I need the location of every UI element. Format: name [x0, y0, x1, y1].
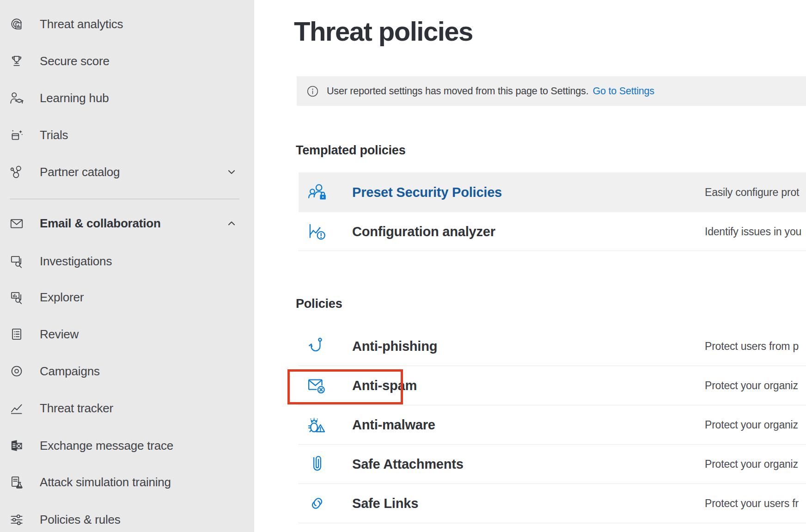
- policy-name[interactable]: Configuration analyzer: [352, 224, 495, 239]
- row-preset-security-policies[interactable]: Preset Security Policies Easily configur…: [299, 172, 806, 212]
- learning-hub-icon: [9, 90, 24, 106]
- row-anti-spam[interactable]: Anti-spam Protect your organiz: [299, 366, 806, 405]
- policy-name[interactable]: Safe Attachments: [352, 457, 464, 472]
- chevron-down-icon[interactable]: [225, 165, 238, 179]
- policy-description: Protect users from p: [705, 340, 799, 353]
- trials-icon: [9, 127, 24, 143]
- row-anti-malware[interactable]: Anti-malware Protect your organiz: [299, 405, 806, 445]
- sidebar-section-email-collaboration[interactable]: Email & collaboration: [0, 212, 254, 234]
- sidebar-item-label: Review: [40, 327, 79, 342]
- sidebar-item-label: Campaigns: [40, 364, 100, 379]
- sliders-icon: [9, 512, 24, 527]
- threat-analytics-icon: [9, 16, 24, 32]
- review-icon: [9, 326, 24, 342]
- policy-description: Protect your organiz: [705, 458, 798, 471]
- sidebar-item-label: Policies & rules: [40, 513, 121, 527]
- page-title: Threat policies: [294, 16, 473, 47]
- policy-name[interactable]: Anti-spam: [352, 378, 417, 393]
- sidebar-item-attack-simulation-training[interactable]: Attack simulation training: [0, 471, 254, 493]
- investigations-icon: [9, 253, 24, 269]
- sidebar-item-investigations[interactable]: Investigations: [0, 250, 254, 272]
- sidebar-item-label: Secure score: [40, 54, 110, 68]
- sidebar-divider: [10, 199, 239, 199]
- sidebar-item-explorer[interactable]: Explorer: [0, 286, 254, 308]
- sidebar-item-label: Explorer: [40, 290, 84, 305]
- policy-description: Protect your users fr: [705, 497, 799, 510]
- banner-text: User reported settings has moved from th…: [327, 86, 588, 97]
- sidebar-item-label: Attack simulation training: [40, 475, 171, 489]
- main-content: Threat policies User reported settings h…: [254, 0, 806, 532]
- row-safe-attachments[interactable]: Safe Attachments Protect your organiz: [299, 445, 806, 484]
- chevron-up-icon[interactable]: [225, 216, 238, 230]
- sidebar-item-learning-hub[interactable]: Learning hub: [0, 87, 254, 109]
- policy-description: Identify issues in you: [705, 225, 801, 238]
- row-safe-links[interactable]: Safe Links Protect your users fr: [299, 484, 806, 523]
- policy-name-link[interactable]: Preset Security Policies: [352, 185, 502, 200]
- sidebar-item-threat-analytics[interactable]: Threat analytics: [0, 13, 254, 35]
- sidebar-item-trials[interactable]: Trials: [0, 124, 254, 146]
- explorer-icon: [9, 289, 24, 305]
- email-icon: [9, 215, 24, 231]
- preset-security-icon: [307, 182, 327, 202]
- policy-name[interactable]: Safe Links: [352, 496, 418, 511]
- row-configuration-analyzer[interactable]: Configuration analyzer Identify issues i…: [299, 212, 806, 251]
- sidebar-item-label: Learning hub: [40, 91, 109, 105]
- exchange-icon: [9, 438, 24, 453]
- policies-heading: Policies: [296, 297, 342, 311]
- sidebar-item-partner-catalog[interactable]: Partner catalog: [0, 161, 254, 183]
- info-icon: [306, 85, 319, 98]
- policy-description: Protect your organiz: [705, 419, 798, 431]
- sidebar: Threat analytics Secure score: [0, 0, 254, 532]
- configuration-analyzer-icon: [307, 221, 327, 242]
- sidebar-item-review[interactable]: Review: [0, 323, 254, 345]
- sidebar-item-label: Trials: [40, 128, 68, 142]
- sidebar-item-secure-score[interactable]: Secure score: [0, 50, 254, 72]
- chain-links-icon: [307, 493, 327, 514]
- secure-score-icon: [9, 53, 24, 69]
- sidebar-item-campaigns[interactable]: Campaigns: [0, 360, 254, 382]
- threat-tracker-icon: [9, 400, 24, 416]
- partner-catalog-icon: [9, 164, 24, 180]
- policy-name[interactable]: Anti-malware: [352, 417, 435, 433]
- sidebar-item-policies-rules[interactable]: Policies & rules: [0, 508, 254, 531]
- sidebar-item-label: Investigations: [40, 254, 112, 269]
- go-to-settings-link[interactable]: Go to Settings: [592, 86, 654, 97]
- sidebar-item-label: Partner catalog: [40, 165, 120, 179]
- policy-description: Protect your organiz: [705, 379, 798, 392]
- attack-simulation-icon: [9, 474, 24, 490]
- policy-description: Easily configure prot: [705, 186, 799, 199]
- campaigns-icon: [9, 363, 24, 379]
- paperclip-icon: [307, 454, 327, 474]
- info-banner: User reported settings has moved from th…: [297, 76, 806, 106]
- sidebar-item-label: Threat tracker: [40, 401, 113, 416]
- sidebar-item-label: Threat analytics: [40, 17, 123, 31]
- anti-phishing-icon: [307, 336, 327, 356]
- anti-spam-icon: [307, 375, 327, 396]
- sidebar-section-label: Email & collaboration: [40, 216, 161, 231]
- sidebar-item-label: Exchange message trace: [40, 439, 173, 453]
- anti-malware-icon: [307, 415, 327, 435]
- sidebar-item-threat-tracker[interactable]: Threat tracker: [0, 397, 254, 419]
- sidebar-item-exchange-message-trace[interactable]: Exchange message trace: [0, 434, 254, 457]
- security-portal-screen: Threat analytics Secure score: [0, 0, 806, 532]
- row-anti-phishing[interactable]: Anti-phishing Protect users from p: [299, 327, 806, 366]
- policy-name[interactable]: Anti-phishing: [352, 339, 437, 354]
- templated-policies-heading: Templated policies: [296, 143, 405, 158]
